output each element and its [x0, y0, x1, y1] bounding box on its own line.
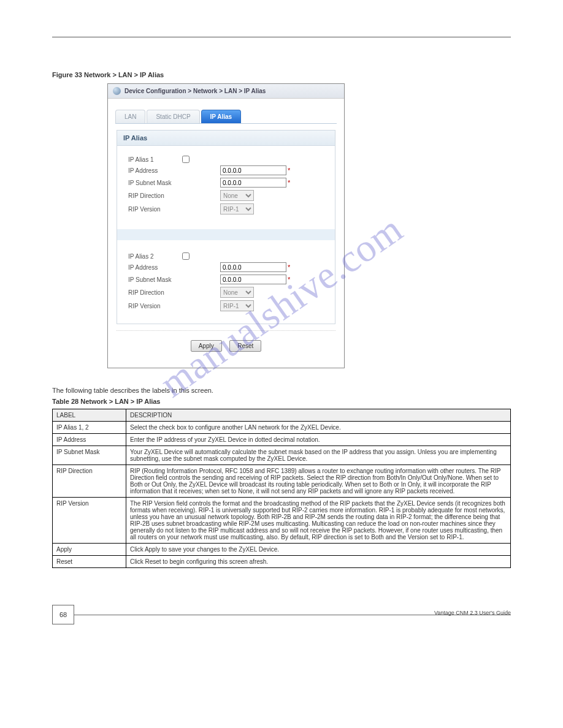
screenshot: Device Configuration > Network > LAN > I… — [107, 83, 345, 368]
table-row: RIP VersionThe RIP Version field control… — [53, 498, 511, 544]
rip-ver-2-select[interactable]: RIP-1 — [220, 300, 254, 311]
figure-label: Figure 33 Network > LAN > IP Alias — [52, 71, 511, 78]
th-description: DESCRIPTION — [126, 409, 511, 422]
table-row: ApplyClick Apply to save your changes to… — [53, 544, 511, 556]
top-divider — [52, 37, 511, 37]
table-row: RIP DirectionRIP (Routing Information Pr… — [53, 465, 511, 498]
ip-address-1-label: IP Address — [128, 167, 220, 174]
rip-dir-1-select[interactable]: None — [220, 190, 254, 201]
required-marker: * — [288, 264, 290, 271]
subnet-1-label: IP Subnet Mask — [128, 180, 220, 186]
subnet-1-input[interactable] — [220, 178, 286, 188]
divider-band — [117, 229, 335, 240]
required-marker: * — [288, 276, 290, 283]
rip-ver-1-label: RIP Version — [128, 206, 220, 213]
breadcrumb-text: Device Configuration > Network > LAN > I… — [124, 88, 266, 94]
button-row: Apply Reset — [117, 330, 335, 362]
tab-ip-alias[interactable]: IP Alias — [201, 110, 242, 123]
ip-address-2-label: IP Address — [128, 264, 220, 271]
rip-ver-1-select[interactable]: RIP-1 — [220, 203, 254, 214]
rip-dir-2-select[interactable]: None — [220, 287, 254, 298]
globe-icon — [113, 87, 121, 95]
subnet-2-input[interactable] — [220, 275, 286, 284]
apply-button[interactable]: Apply — [191, 340, 222, 352]
subnet-2-label: IP Subnet Mask — [128, 276, 220, 283]
ip-alias-2-label: IP Alias 2 — [128, 253, 220, 260]
table-row: ResetClick Reset to begin configuring th… — [53, 556, 511, 568]
ip-alias-1-checkbox[interactable] — [182, 156, 190, 163]
table-row: IP AddressEnter the IP address of your Z… — [53, 434, 511, 446]
tab-lan[interactable]: LAN — [115, 110, 145, 123]
table-row: IP Alias 1, 2Select the check box to con… — [53, 422, 511, 434]
table-row: IP Subnet MaskYour ZyXEL Device will aut… — [53, 446, 511, 465]
ip-address-1-input[interactable] — [220, 165, 286, 175]
table-intro: The following table describes the labels… — [52, 387, 511, 394]
alias2-block: IP Alias 2 IP Address * IP Subnet Mask * — [117, 243, 335, 324]
breadcrumb-bar: Device Configuration > Network > LAN > I… — [108, 84, 344, 99]
footer-text: Vantage CNM 2.3 User's Guide — [434, 610, 511, 616]
rip-dir-2-label: RIP Direction — [128, 289, 220, 296]
ip-alias-1-label: IP Alias 1 — [128, 156, 220, 163]
page-number: 68 — [52, 605, 74, 624]
section-title: IP Alias — [117, 131, 335, 146]
ip-alias-panel: IP Alias IP Alias 1 IP Address * IP Subn… — [117, 130, 335, 324]
tab-static-dhcp[interactable]: Static DHCP — [147, 110, 199, 123]
ip-alias-2-checkbox[interactable] — [182, 252, 190, 260]
description-table: LABEL DESCRIPTION IP Alias 1, 2Select th… — [52, 409, 511, 568]
table-caption: Table 28 Network > LAN > IP Alias — [52, 398, 511, 405]
th-label: LABEL — [53, 409, 126, 422]
rip-dir-1-label: RIP Direction — [128, 192, 220, 199]
ip-address-2-input[interactable] — [220, 262, 286, 272]
tabs-row: LAN Static DHCP IP Alias — [108, 99, 344, 124]
rip-ver-2-label: RIP Version — [128, 303, 220, 309]
required-marker: * — [288, 167, 290, 174]
required-marker: * — [288, 179, 290, 186]
reset-button[interactable]: Reset — [229, 340, 261, 352]
alias1-block: IP Alias 1 IP Address * IP Subnet Mask * — [117, 146, 335, 227]
